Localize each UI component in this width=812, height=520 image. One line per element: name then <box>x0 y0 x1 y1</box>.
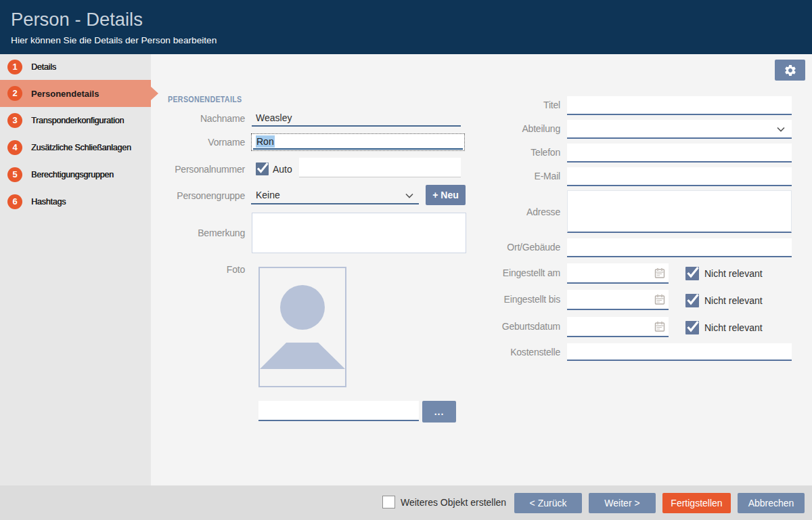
titel-input[interactable] <box>567 96 792 115</box>
eingestellt-bis-nicht-relevant-checkbox[interactable] <box>685 294 699 307</box>
settings-button[interactable] <box>775 60 805 81</box>
step-number-badge: 2 <box>7 86 22 101</box>
personengruppe-label: Personengruppe <box>154 188 245 204</box>
checkmark-icon <box>257 161 269 174</box>
ort-gebaeude-label: Ort/Gebäude <box>467 238 560 256</box>
step-label: Details <box>31 62 56 72</box>
step-number-badge: 4 <box>7 140 22 155</box>
geburtsdatum-nicht-relevant-label: Nicht relevant <box>704 321 763 334</box>
gear-icon <box>784 64 797 77</box>
step-number-badge: 1 <box>7 60 22 74</box>
wizard-step-zusaetzliche-schliessanlagen[interactable]: 4 Zusätzliche Schließanlagen <box>0 134 151 161</box>
adresse-label: Adresse <box>467 190 560 233</box>
titel-label: Titel <box>467 96 560 114</box>
wizard-sidebar: 1 Details 2 Personendetails 3 Transponde… <box>0 54 151 485</box>
step-label: Hashtags <box>31 197 66 207</box>
wizard-step-personendetails[interactable]: 2 Personendetails <box>0 80 151 107</box>
page-title: Person - Details <box>11 9 143 30</box>
person-details-window: Person - Details Hier können Sie die Det… <box>0 0 812 520</box>
page-subtitle: Hier können Sie die Details der Person b… <box>11 35 217 45</box>
fertigstellen-button[interactable]: Fertigstellen <box>662 493 731 513</box>
step-number-badge: 6 <box>7 194 22 209</box>
personengruppe-select[interactable]: Keine <box>251 187 419 204</box>
personalnummer-label: Personalnummer <box>154 162 245 175</box>
geburtsdatum-nicht-relevant-checkbox[interactable] <box>685 321 699 334</box>
step-label: Berechtigungsgruppen <box>31 170 114 179</box>
wizard-step-transponderkonfiguration[interactable]: 3 Transponderkonfiguration <box>0 107 151 134</box>
vorname-label: Vorname <box>154 134 245 150</box>
abteilung-label: Abteilung <box>467 120 560 137</box>
nachname-input[interactable] <box>252 110 461 127</box>
vorname-input[interactable]: Ron <box>251 133 465 151</box>
geburtsdatum-label: Geburtsdatum <box>467 317 560 336</box>
weiteres-objekt-checkbox[interactable] <box>382 496 395 508</box>
eingestellt-am-label: Eingestellt am <box>467 263 560 282</box>
bemerkung-textarea[interactable] <box>252 213 466 253</box>
geburtsdatum-input[interactable] <box>567 317 669 337</box>
section-heading: PERSONENDETAILS <box>168 95 242 104</box>
avatar-shoulders-icon <box>260 343 345 369</box>
adresse-textarea[interactable] <box>567 190 792 233</box>
eingestellt-am-nicht-relevant-label: Nicht relevant <box>704 267 763 280</box>
selected-text: Ron <box>256 135 275 148</box>
abbrechen-button[interactable]: Abbrechen <box>738 493 805 513</box>
weiteres-objekt-label: Weiteres Objekt erstellen <box>401 496 506 508</box>
calendar-icon[interactable] <box>654 294 665 305</box>
calendar-icon[interactable] <box>654 321 665 332</box>
eingestellt-am-nicht-relevant-checkbox[interactable] <box>685 267 699 280</box>
kostenstelle-label: Kostenstelle <box>467 343 560 361</box>
kostenstelle-input[interactable] <box>567 343 792 361</box>
chevron-down-icon <box>405 193 413 198</box>
eingestellt-bis-input[interactable] <box>567 290 669 310</box>
email-input[interactable] <box>567 167 792 186</box>
step-label: Zusätzliche Schließanlagen <box>31 143 131 152</box>
zurueck-button[interactable]: < Zurück <box>514 493 582 513</box>
eingestellt-bis-field[interactable] <box>567 290 651 309</box>
ort-gebaeude-input[interactable] <box>567 238 792 257</box>
telefon-input[interactable] <box>567 144 792 162</box>
auto-checkbox[interactable] <box>256 162 269 175</box>
personengruppe-neu-button[interactable]: + Neu <box>426 185 466 205</box>
personalnummer-input[interactable] <box>299 158 461 177</box>
email-label: E-Mail <box>467 167 560 185</box>
step-number-badge: 3 <box>7 113 22 128</box>
eingestellt-am-input[interactable] <box>567 263 669 284</box>
geburtsdatum-field[interactable] <box>567 317 651 336</box>
nachname-label: Nachname <box>154 110 245 127</box>
abteilung-select[interactable] <box>567 120 792 139</box>
weiter-button[interactable]: Weiter > <box>589 493 656 513</box>
chevron-down-icon <box>777 127 785 132</box>
photo-path-input[interactable] <box>258 401 419 421</box>
checkmark-icon <box>687 292 699 306</box>
browse-photo-button[interactable]: ... <box>422 401 456 422</box>
auto-checkbox-label: Auto <box>273 162 292 175</box>
checkmark-icon <box>687 320 699 333</box>
window-header: Person - Details Hier können Sie die Det… <box>0 0 812 54</box>
step-label: Transponderkonfiguration <box>31 116 124 125</box>
checkmark-icon <box>687 265 699 279</box>
telefon-label: Telefon <box>467 144 560 161</box>
personengruppe-value: Keine <box>256 190 280 200</box>
avatar-head-icon <box>280 285 325 330</box>
foto-label: Foto <box>154 263 245 276</box>
photo-placeholder[interactable] <box>258 267 346 387</box>
step-label: Personendetails <box>31 89 99 99</box>
wizard-step-details[interactable]: 1 Details <box>0 54 151 80</box>
bemerkung-label: Bemerkung <box>154 213 245 253</box>
eingestellt-bis-label: Eingestellt bis <box>467 290 560 309</box>
wizard-step-hashtags[interactable]: 6 Hashtags <box>0 188 151 215</box>
step-number-badge: 5 <box>7 167 22 182</box>
eingestellt-bis-nicht-relevant-label: Nicht relevant <box>704 294 763 307</box>
wizard-step-berechtigungsgruppen[interactable]: 5 Berechtigungsgruppen <box>0 161 151 188</box>
calendar-icon[interactable] <box>654 267 665 279</box>
eingestellt-am-field[interactable] <box>567 263 651 282</box>
